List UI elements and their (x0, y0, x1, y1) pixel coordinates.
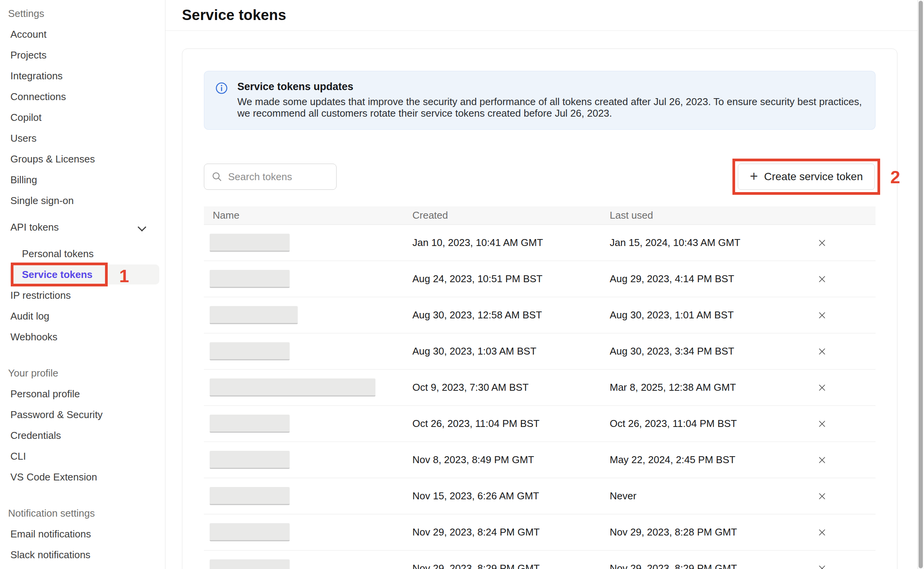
sidebar-item-account[interactable]: Account (0, 24, 165, 45)
token-name-placeholder (210, 306, 298, 324)
sidebar-item-single-sign-on[interactable]: Single sign-on (0, 190, 165, 211)
sidebar-label-service-tokens: Service tokens (22, 269, 93, 281)
token-last-used: Mar 8, 2025, 12:38 AM GMT (610, 382, 808, 393)
sidebar-label-api-tokens: API tokens (10, 221, 59, 233)
sidebar-section-notification-settings: Notification settings (0, 503, 165, 524)
sidebar-item-connections[interactable]: Connections (0, 86, 165, 107)
sidebar-item-webhooks[interactable]: Webhooks (0, 326, 165, 347)
token-last-used: Oct 26, 2023, 11:04 PM BST (610, 418, 808, 430)
token-actions-cell (808, 273, 876, 286)
sidebar-item-users[interactable]: Users (0, 128, 165, 149)
table-row: Jan 10, 2023, 10:41 AM GMTJan 15, 2024, … (204, 225, 876, 261)
token-actions-cell (808, 454, 876, 467)
info-banner: Service tokens updates We made some upda… (204, 71, 876, 130)
sidebar-label-account: Account (10, 28, 47, 40)
scrollbar-thumb[interactable] (919, 1, 923, 568)
table-row: Aug 30, 2023, 12:58 AM BSTAug 30, 2023, … (204, 297, 876, 333)
close-icon (817, 418, 827, 429)
sidebar-item-email-notifications[interactable]: Email notifications (0, 524, 165, 544)
delete-token-button[interactable] (816, 236, 829, 249)
token-actions-cell (808, 417, 876, 430)
sidebar-label-copilot: Copilot (10, 112, 42, 124)
sidebar-item-groups-licenses[interactable]: Groups & Licenses (0, 149, 165, 169)
sidebar-label-audit-log: Audit log (10, 310, 49, 322)
table-row: Aug 30, 2023, 1:03 AM BSTAug 30, 2023, 3… (204, 333, 876, 370)
close-icon (817, 310, 827, 321)
sidebar-item-audit-log[interactable]: Audit log (0, 306, 165, 326)
sidebar-item-service-tokens[interactable]: Service tokens1 (0, 264, 165, 285)
sidebar-item-vs-code-extension[interactable]: VS Code Extension (0, 467, 165, 487)
sidebar-label-integrations: Integrations (10, 70, 63, 82)
token-created: Jan 10, 2023, 10:41 AM GMT (412, 237, 610, 249)
plus-icon: + (750, 169, 758, 183)
main-content: Service tokens Service tokens updates We… (165, 0, 924, 569)
create-service-token-button[interactable]: + Create service token (738, 164, 875, 190)
token-created: Nov 15, 2023, 6:26 AM GMT (412, 490, 610, 502)
token-name-placeholder (210, 559, 290, 569)
close-icon (817, 346, 827, 357)
table-row: Nov 29, 2023, 8:24 PM GMTNov 29, 2023, 8… (204, 514, 876, 551)
sidebar-label-vs-code-extension: VS Code Extension (10, 471, 97, 483)
token-actions-cell (808, 309, 876, 322)
token-last-used: Never (610, 490, 808, 502)
token-created: Oct 26, 2023, 11:04 PM BST (412, 418, 610, 430)
page-title: Service tokens (182, 7, 286, 23)
table-toolbar: + Create service token 2 (204, 164, 876, 190)
sidebar-item-credentials[interactable]: Credentials (0, 425, 165, 446)
token-actions-cell (808, 236, 876, 249)
delete-token-button[interactable] (816, 309, 829, 322)
delete-token-button[interactable] (816, 490, 829, 503)
sidebar-label-billing: Billing (10, 174, 37, 186)
sidebar-label-webhooks: Webhooks (10, 331, 57, 343)
delete-token-button[interactable] (816, 526, 829, 539)
token-name-placeholder (210, 487, 290, 505)
delete-token-button[interactable] (816, 562, 829, 569)
table-row: Oct 26, 2023, 11:04 PM BSTOct 26, 2023, … (204, 406, 876, 442)
delete-token-button[interactable] (816, 273, 829, 286)
sidebar-label-your-profile: Your profile (8, 367, 58, 379)
token-name-cell (204, 306, 412, 324)
table-row: Nov 15, 2023, 6:26 AM GMTNever (204, 478, 876, 514)
sidebar-item-personal-tokens[interactable]: Personal tokens (0, 243, 165, 264)
sidebar-item-slack-notifications[interactable]: Slack notifications (0, 544, 165, 565)
sidebar-item-projects[interactable]: Projects (0, 45, 165, 65)
table-row: Nov 8, 2023, 8:49 PM GMTMay 22, 2024, 2:… (204, 442, 876, 478)
chevron-down-icon[interactable] (138, 223, 147, 231)
scrollbar-track[interactable] (917, 0, 924, 569)
table-header-row: Name Created Last used (204, 206, 876, 225)
delete-token-button[interactable] (816, 381, 829, 394)
sidebar-label-personal-profile: Personal profile (10, 388, 80, 400)
search-tokens-field[interactable] (204, 164, 337, 190)
column-header-created: Created (412, 209, 610, 221)
sidebar-item-api-tokens[interactable]: API tokens (0, 217, 165, 238)
sidebar-item-password-security[interactable]: Password & Security (0, 404, 165, 425)
banner-body: We made some updates that improve the se… (237, 96, 864, 119)
delete-token-button[interactable] (816, 345, 829, 358)
close-icon (817, 491, 827, 502)
sidebar-label-ip-restrictions: IP restrictions (10, 290, 71, 301)
delete-token-button[interactable] (816, 454, 829, 467)
settings-sidebar: SettingsAccountProjectsIntegrationsConne… (0, 0, 165, 569)
sidebar-label-credentials: Credentials (10, 430, 61, 442)
search-input[interactable] (228, 171, 330, 183)
sidebar-label-cli: CLI (10, 450, 26, 462)
banner-text: Service tokens updates We made some upda… (237, 81, 864, 119)
page-header: Service tokens (165, 0, 924, 31)
sidebar-item-billing[interactable]: Billing (0, 169, 165, 190)
annotation-number-2: 2 (890, 167, 900, 187)
sidebar-item-personal-profile[interactable]: Personal profile (0, 383, 165, 404)
create-button-label: Create service token (764, 171, 863, 183)
sidebar-section-your-profile: Your profile (0, 363, 165, 383)
banner-title: Service tokens updates (237, 81, 864, 93)
delete-token-button[interactable] (816, 417, 829, 430)
token-last-used: Aug 29, 2023, 4:14 PM BST (610, 273, 808, 285)
close-icon (817, 527, 827, 538)
sidebar-item-ip-restrictions[interactable]: IP restrictions (0, 285, 165, 306)
sidebar-item-integrations[interactable]: Integrations (0, 65, 165, 86)
token-name-placeholder (210, 270, 290, 288)
token-name-placeholder (210, 523, 290, 541)
token-last-used: Nov 29, 2023, 8:29 PM GMT (610, 562, 808, 569)
sidebar-label-email-notifications: Email notifications (10, 528, 91, 540)
sidebar-item-cli[interactable]: CLI (0, 446, 165, 467)
sidebar-item-copilot[interactable]: Copilot (0, 107, 165, 128)
